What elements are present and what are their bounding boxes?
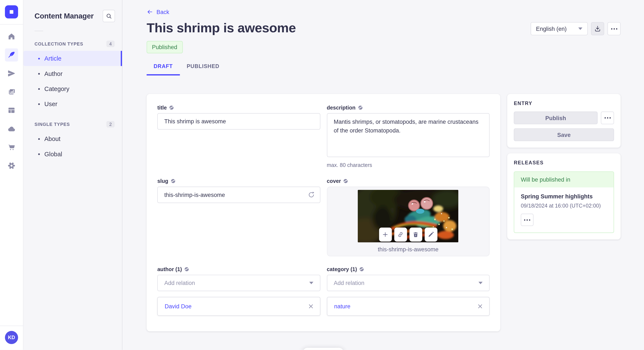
- bullet-icon: [38, 73, 40, 74]
- cover-asset-card: this-shrimp-is-awesome: [327, 186, 490, 256]
- slug-label: slug: [158, 178, 168, 184]
- copy-link-button[interactable]: [394, 227, 407, 242]
- chevron-down-icon: [578, 27, 582, 30]
- sidebar-item-content-type-builder[interactable]: [5, 104, 18, 117]
- status-badge: Published: [146, 41, 182, 53]
- sidebar-item-content-manager[interactable]: [5, 48, 18, 62]
- sidebar-item-global[interactable]: Global: [24, 146, 122, 161]
- link-icon: [397, 231, 404, 238]
- relation-link[interactable]: nature: [334, 303, 350, 310]
- field-title: title: [158, 105, 320, 168]
- edit-asset-button[interactable]: [425, 227, 438, 242]
- sidebar-item-releases[interactable]: [5, 67, 18, 80]
- single-types-count-badge: 2: [106, 121, 114, 128]
- category-relation-item: nature: [327, 297, 490, 316]
- collection-types-list: Article Author Category User: [24, 51, 122, 111]
- combobox-placeholder: Add relation: [334, 280, 364, 286]
- locale-select[interactable]: English (en): [531, 22, 588, 35]
- sidebar-item-label: About: [44, 135, 60, 142]
- single-types-header: SINGLE TYPES 2: [24, 121, 122, 128]
- avatar[interactable]: KD: [5, 331, 18, 344]
- delete-asset-button[interactable]: [409, 227, 422, 242]
- sidebar-item-category[interactable]: Category: [24, 81, 122, 96]
- collection-types-count-badge: 4: [106, 41, 114, 47]
- title-input[interactable]: [158, 113, 320, 130]
- author-relation-combobox[interactable]: Add relation: [158, 275, 320, 291]
- cloud-icon: [8, 125, 16, 133]
- globe-icon: [184, 267, 189, 272]
- close-icon[interactable]: [477, 303, 484, 310]
- collection-types-label: COLLECTION TYPES: [34, 41, 83, 46]
- release-name: Spring Summer highlights: [521, 193, 607, 200]
- sidebar-item-article[interactable]: Article: [24, 51, 122, 66]
- tab-draft[interactable]: DRAFT: [146, 61, 180, 75]
- author-relation-item: David Doe: [158, 297, 320, 316]
- sidebar-item-author[interactable]: Author: [24, 66, 122, 81]
- chevron-down-icon: [309, 282, 313, 284]
- download-icon: [594, 25, 602, 32]
- rail-divider: [0, 24, 23, 25]
- floating-widget[interactable]: [302, 348, 344, 350]
- header-controls: English (en): [531, 22, 620, 35]
- feather-icon: [8, 51, 16, 59]
- sidebar-item-media-library[interactable]: [5, 85, 18, 98]
- slug-input[interactable]: [158, 186, 320, 203]
- category-relation-combobox[interactable]: Add relation: [327, 275, 490, 291]
- back-link[interactable]: Back: [146, 8, 169, 15]
- relation-link[interactable]: David Doe: [164, 303, 192, 310]
- sidebar-item-settings[interactable]: [5, 159, 18, 172]
- main-content: Back This shrimp is awesome English (en)…: [122, 0, 644, 350]
- header-more-button[interactable]: [607, 22, 620, 35]
- regenerate-icon[interactable]: [307, 191, 316, 199]
- download-button[interactable]: [591, 22, 604, 35]
- globe-icon: [358, 105, 363, 110]
- releases-panel: RELEASES Will be published in Spring Sum…: [507, 153, 620, 239]
- search-icon: [106, 12, 112, 19]
- rail-divider: [0, 326, 23, 326]
- sidebar-item-label: Author: [44, 70, 62, 77]
- combobox-placeholder: Add relation: [164, 280, 195, 286]
- strapi-logo[interactable]: [5, 5, 18, 18]
- strapi-logo-icon: [6, 7, 16, 17]
- sidebar-item-home[interactable]: [5, 30, 18, 43]
- close-icon[interactable]: [308, 303, 314, 310]
- entry-panel-title: ENTRY: [514, 100, 614, 106]
- nav-rail: KD: [0, 0, 24, 350]
- tab-published[interactable]: PUBLISHED: [180, 61, 226, 75]
- release-date: 09/18/2024 at 16:00 (UTC+02:00): [521, 203, 607, 209]
- add-asset-button[interactable]: [379, 227, 392, 242]
- media-images-icon: [8, 88, 16, 96]
- search-button[interactable]: [103, 10, 115, 22]
- author-label: author (1): [158, 266, 182, 272]
- releases-panel-title: RELEASES: [514, 160, 614, 166]
- save-button[interactable]: Save: [514, 128, 614, 141]
- globe-icon: [343, 178, 348, 184]
- sidebar-item-about[interactable]: About: [24, 131, 122, 146]
- bullet-icon: [38, 103, 40, 105]
- sidebar-item-label: Category: [44, 85, 69, 92]
- content-manager-sidebar: Content Manager COLLECTION TYPES 4 Artic…: [24, 0, 122, 350]
- description-label: description: [327, 105, 356, 111]
- cover-actions: [379, 227, 438, 242]
- right-panel: ENTRY Publish Save RELEASES Will be publ…: [507, 94, 620, 240]
- description-input[interactable]: Mantis shrimps, or stomatopods, are mari…: [327, 113, 490, 157]
- cover-label: cover: [327, 178, 341, 184]
- cart-icon: [8, 143, 16, 151]
- sidebar-divider: [34, 31, 43, 31]
- sidebar-item-deploy[interactable]: [5, 122, 18, 136]
- release-more-button[interactable]: [521, 214, 534, 226]
- trash-icon: [412, 231, 420, 238]
- sidebar-title: Content Manager: [34, 12, 94, 20]
- sidebar-item-marketplace[interactable]: [5, 141, 18, 154]
- page-title: This shrimp is awesome: [146, 20, 296, 35]
- avatar-initials: KD: [8, 335, 15, 341]
- chevron-down-icon: [478, 282, 482, 284]
- publish-button[interactable]: Publish: [514, 112, 598, 124]
- app-root: KD Content Manager COLLECTION TYPES 4 Ar…: [0, 0, 644, 350]
- category-label: category (1): [327, 266, 357, 272]
- entry-more-button[interactable]: [601, 112, 614, 124]
- ellipsis-icon: [611, 28, 617, 29]
- plus-icon: [382, 231, 389, 238]
- bullet-icon: [38, 153, 40, 155]
- sidebar-item-user[interactable]: User: [24, 96, 122, 111]
